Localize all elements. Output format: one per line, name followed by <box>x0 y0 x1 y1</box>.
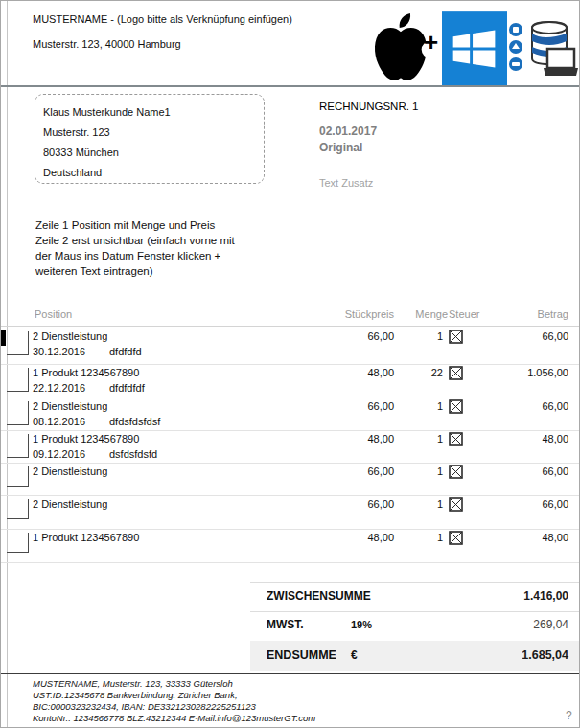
tax-checkbox-icon[interactable] <box>449 432 464 447</box>
row-group-bracket <box>7 434 29 458</box>
row-unit-price[interactable]: 66,00 <box>317 466 394 477</box>
table-row: 2 Dienstleistung 30.12.2016 dfdfdfd 66,0… <box>1 328 579 365</box>
footer-company: MUSTERNAME, Musterstr. 123, 33333 Güters… <box>33 678 233 689</box>
currency-symbol: € <box>351 648 358 662</box>
plus-sign: + <box>424 28 438 57</box>
row-position[interactable]: 2 Dienstleistung <box>33 400 107 412</box>
row-unit-price[interactable]: 66,00 <box>317 330 394 342</box>
tax-checkbox-icon[interactable] <box>449 399 464 415</box>
recipient-country: Deutschland <box>43 167 102 178</box>
company-address[interactable]: Musterstr. 123, 40000 Hamburg <box>33 38 181 50</box>
row-qty[interactable]: 1 <box>390 330 443 342</box>
row-amount: 66,00 <box>480 498 568 510</box>
table-row: 1 Produkt 1234567890 09.12.2016 dsfdsfds… <box>1 430 579 464</box>
vat-label: MWST. <box>267 618 304 631</box>
vat-value: 269,04 <box>452 618 568 631</box>
row-note[interactable]: dfdfdfd <box>109 346 142 357</box>
row-unit-price[interactable]: 48,00 <box>317 367 394 378</box>
invoice-extra-text[interactable]: Text Zusatz <box>319 177 373 189</box>
row-amount: 1.056,00 <box>480 367 568 378</box>
table-row: 2 Dienstleistung 66,00 1 66,00 <box>1 495 579 530</box>
row-group-bracket <box>7 368 29 392</box>
row-unit-price[interactable]: 48,00 <box>317 532 394 543</box>
table-row: 2 Dienstleistung 08.12.2016 dfdsfdsfdsf … <box>1 398 579 431</box>
row-note[interactable]: dsfdsfdsfd <box>109 448 157 460</box>
table-row: 1 Produkt 1234567890 22.12.2016 dfdfdfdf… <box>1 364 579 398</box>
col-header-amount: Betrag <box>480 308 568 320</box>
recipient-name: Klaus Musterkunde Name1 <box>43 106 171 118</box>
footer-divider <box>1 673 579 674</box>
invoice-doc-type: Original <box>319 141 362 154</box>
company-name[interactable]: MUSTERNAME - (Logo bitte als Verknüpfung… <box>33 13 292 25</box>
row-unit-price[interactable]: 66,00 <box>317 498 394 510</box>
row-position[interactable]: 1 Produkt 1234567890 <box>33 532 139 543</box>
col-header-tax: Steuer <box>449 308 479 320</box>
row-position[interactable]: 2 Dienstleistung <box>33 330 107 342</box>
row-unit-price[interactable]: 66,00 <box>317 400 394 412</box>
row-note[interactable]: dfdfdfdf <box>109 382 145 394</box>
footer-bic-iban: BIC:0000323232434, IBAN: DE3321230282225… <box>33 701 256 712</box>
invoice-number: RECHNUNGSNR. 1 <box>319 101 419 112</box>
invoice-page: MUSTERNAME - (Logo bitte als Verknüpfung… <box>0 0 580 728</box>
note-line-2: Zeile 2 erst unsichtbar (einfach vorne m… <box>35 233 235 248</box>
row-amount: 66,00 <box>480 330 568 342</box>
tax-checkbox-icon[interactable] <box>449 497 464 512</box>
col-header-position: Position <box>35 308 72 320</box>
note-line-4: weiteren Text eintragen) <box>35 263 235 279</box>
recipient-street: Musterstr. 123 <box>43 126 110 138</box>
table-row: 1 Produkt 1234567890 48,00 1 48,00 <box>1 529 579 563</box>
row-qty[interactable]: 22 <box>390 367 443 378</box>
row-date[interactable]: 08.12.2016 <box>33 416 85 427</box>
instruction-note: Zeile 1 Position mit Menge und Preis Zei… <box>35 217 235 279</box>
apple-logo-icon <box>371 12 430 83</box>
row-note[interactable]: dfdsfdsfdsf <box>109 416 160 427</box>
row-group-bracket <box>7 466 29 487</box>
row-qty[interactable]: 1 <box>390 532 443 543</box>
row-position[interactable]: 2 Dienstleistung <box>33 466 107 477</box>
tax-checkbox-icon[interactable] <box>449 330 464 345</box>
tax-checkbox-icon[interactable] <box>449 531 464 546</box>
row-amount: 66,00 <box>480 466 568 477</box>
table-header-divider <box>1 326 579 327</box>
row-unit-price[interactable]: 48,00 <box>317 433 394 444</box>
summary-divider <box>250 611 579 612</box>
row-qty[interactable]: 1 <box>390 498 443 510</box>
row-position[interactable]: 1 Produkt 1234567890 <box>33 433 139 444</box>
subtotal-label: ZWISCHENSUMME <box>267 589 371 603</box>
windows-logo-icon <box>442 11 507 86</box>
row-group-bracket <box>7 533 29 553</box>
table-header: Position Stückpreis Menge Steuer Betrag <box>1 307 579 326</box>
vat-rate[interactable]: 19% <box>351 619 372 630</box>
row-group-bracket <box>7 499 29 519</box>
tax-checkbox-icon[interactable] <box>449 465 464 480</box>
invoice-date[interactable]: 02.01.2017 <box>319 125 377 138</box>
row-qty[interactable]: 1 <box>390 433 443 444</box>
recipient-city: 80333 München <box>43 147 119 158</box>
database-sync-icon <box>507 20 578 81</box>
header-divider <box>1 85 579 87</box>
row-position[interactable]: 1 Produkt 1234567890 <box>33 367 139 378</box>
col-header-qty: Menge <box>390 308 448 320</box>
row-amount: 48,00 <box>480 532 568 543</box>
help-link[interactable]: ? <box>566 709 572 722</box>
recipient-address-box[interactable]: Klaus Musterkunde Name1 Musterstr. 123 8… <box>35 94 265 184</box>
row-position[interactable]: 2 Dienstleistung <box>33 498 107 510</box>
footer-account-email: KontoNr.: 1234566778 BLZ:43212344 E-Mail… <box>33 713 315 723</box>
row-group-bracket <box>7 401 29 425</box>
row-group-bracket <box>7 331 29 355</box>
row-qty[interactable]: 1 <box>390 466 443 477</box>
row-amount: 66,00 <box>480 400 568 412</box>
row-date[interactable]: 09.12.2016 <box>33 448 85 460</box>
summary-divider <box>250 582 579 583</box>
footer-tax-bank: UST.ID.12345678 Bankverbindung: Züricher… <box>33 690 238 700</box>
row-qty[interactable]: 1 <box>390 400 443 412</box>
total-value: 1.685,04 <box>452 648 568 662</box>
tax-checkbox-icon[interactable] <box>449 366 464 381</box>
col-header-unit-price: Stückpreis <box>317 308 394 320</box>
row-date[interactable]: 30.12.2016 <box>33 346 85 357</box>
subtotal-value: 1.416,00 <box>452 589 568 603</box>
note-line-1: Zeile 1 Position mit Menge und Preis <box>35 217 235 233</box>
row-amount: 48,00 <box>480 433 568 444</box>
row-date[interactable]: 22.12.2016 <box>33 382 85 394</box>
note-line-3: der Maus ins Datum Fenster klicken + <box>35 248 235 263</box>
